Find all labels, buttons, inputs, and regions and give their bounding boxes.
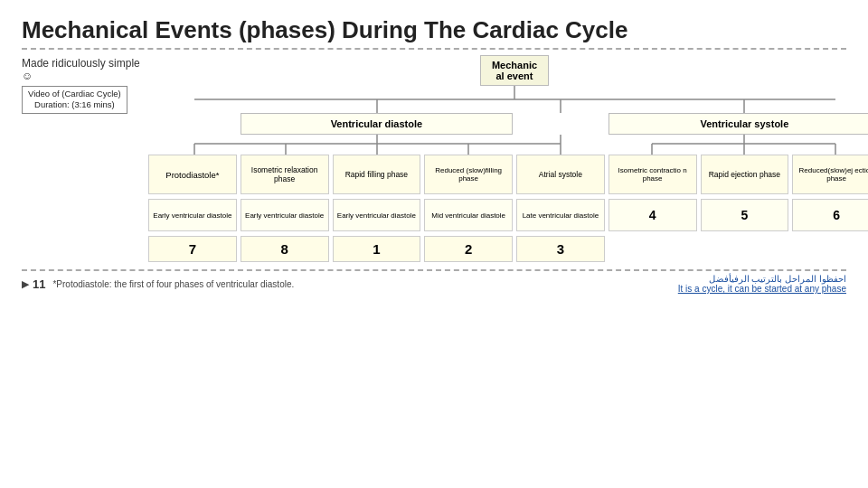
- subphase-2: Early ventricular diastole: [241, 199, 329, 231]
- footer-number: 11: [33, 277, 45, 291]
- subphase-4: Mid ventricular diastole: [424, 199, 513, 231]
- phase-isometric-relaxation: Isometric relaxation phase: [241, 155, 329, 194]
- phase-rapid-ejection: Rapid ejection phase: [701, 155, 789, 194]
- phase-connector-svg: [148, 135, 868, 155]
- footer-play-icon: ▶: [22, 278, 29, 290]
- subphase-8: 6: [792, 199, 868, 231]
- phase-row: Protodiastole* Isometric relaxation phas…: [148, 155, 868, 194]
- num-8: [792, 236, 868, 262]
- num-5: 3: [516, 236, 605, 262]
- footer: ▶ 11 *Protodiastole: the first of four p…: [22, 274, 846, 294]
- phase-rapid-filling: Rapid filling phase: [333, 155, 421, 194]
- footer-english-text: It is a cycle, it can be started at any …: [678, 284, 846, 294]
- footer-note: *Protodiastole: the first of four phases…: [52, 279, 294, 289]
- connector-svg: [148, 86, 868, 113]
- footer-arabic-text: احفظوا المراحل بالترتيب الرفيأفضل: [678, 274, 846, 284]
- phase-protodiastole: Protodiastole*: [148, 155, 237, 194]
- number-row: 7 8 1 2 3: [148, 233, 868, 262]
- video-link[interactable]: Video of (Cardiac Cycle) Duration: (3:16…: [22, 86, 127, 114]
- subphase-row: Early ventricular diastole Early ventric…: [148, 196, 868, 231]
- num-2: 8: [241, 236, 329, 262]
- page-title: Mechanical Events (phases) During The Ca…: [22, 16, 846, 44]
- phase-reduced-filling: Reduced (slow)filling phase: [424, 155, 513, 194]
- subphase-6: 4: [609, 199, 697, 231]
- num-1: 7: [148, 236, 237, 262]
- phase-isometric-contraction: Isometric contractio n phase: [609, 155, 697, 194]
- subphase-5: Late ventricular diastole: [516, 199, 605, 231]
- ventricular-diastole-box: Ventricular diastole: [241, 113, 513, 135]
- num-3: 1: [333, 236, 421, 262]
- subphase-3: Early ventricular diastole: [333, 199, 421, 231]
- phase-atrial-systole: Atrial systole: [516, 155, 605, 194]
- ventricular-systole-box: Ventricular systole: [609, 113, 868, 135]
- num-6: [609, 236, 697, 262]
- subphase-1: Early ventricular diastole: [148, 199, 237, 231]
- subphase-7: 5: [701, 199, 789, 231]
- num-4: 2: [424, 236, 513, 262]
- phase-reduced-ejection: Reduced(slow)ej ection phase: [792, 155, 868, 194]
- num-7: [701, 236, 789, 262]
- made-simple-label: Made ridiculously simple ☺: [22, 57, 148, 82]
- mechanic-event-box: Mechanic al event: [480, 55, 549, 86]
